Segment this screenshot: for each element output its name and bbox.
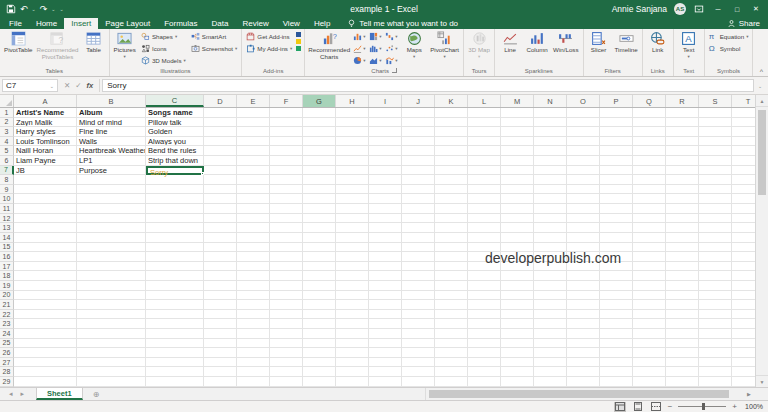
cell-f17[interactable] xyxy=(270,262,303,272)
cell-c9[interactable] xyxy=(146,185,204,195)
cell-t12[interactable] xyxy=(732,214,755,224)
cell-a4[interactable]: Louis Tomlinson xyxy=(14,137,77,147)
cell-k26[interactable] xyxy=(435,348,468,358)
cell-r24[interactable] xyxy=(666,329,699,339)
column-chart-button[interactable]: ▾ xyxy=(352,30,368,42)
cell-e20[interactable] xyxy=(237,291,270,301)
cell-f24[interactable] xyxy=(270,329,303,339)
cell-d22[interactable] xyxy=(204,310,237,320)
cell-i11[interactable] xyxy=(369,204,402,214)
cell-i5[interactable] xyxy=(369,146,402,156)
cell-b15[interactable] xyxy=(77,243,146,253)
cell-t25[interactable] xyxy=(732,339,755,349)
cell-q13[interactable] xyxy=(633,223,666,233)
cell-n7[interactable] xyxy=(534,166,567,176)
cell-p20[interactable] xyxy=(600,291,633,301)
cell-m5[interactable] xyxy=(501,146,534,156)
undo-dropdown-icon[interactable]: ⌄ xyxy=(32,6,36,12)
row-header-2[interactable]: 2 xyxy=(0,118,14,128)
cell-r23[interactable] xyxy=(666,319,699,329)
cell-d20[interactable] xyxy=(204,291,237,301)
cell-a24[interactable] xyxy=(14,329,77,339)
cell-m9[interactable] xyxy=(501,185,534,195)
cell-t28[interactable] xyxy=(732,367,755,377)
cell-p4[interactable] xyxy=(600,137,633,147)
cell-i23[interactable] xyxy=(369,319,402,329)
cell-m2[interactable] xyxy=(501,118,534,128)
cell-n6[interactable] xyxy=(534,156,567,166)
cell-k11[interactable] xyxy=(435,204,468,214)
cell-c26[interactable] xyxy=(146,348,204,358)
cell-b19[interactable] xyxy=(77,281,146,291)
cell-h9[interactable] xyxy=(336,185,369,195)
column-header-d[interactable]: D xyxy=(204,95,237,107)
cell-s28[interactable] xyxy=(699,367,732,377)
column-header-a[interactable]: A xyxy=(14,95,77,107)
cell-t27[interactable] xyxy=(732,358,755,368)
cell-m10[interactable] xyxy=(501,194,534,204)
cell-l12[interactable] xyxy=(468,214,501,224)
cell-a13[interactable] xyxy=(14,223,77,233)
cell-n18[interactable] xyxy=(534,271,567,281)
tab-insert[interactable]: Insert xyxy=(64,18,98,29)
cell-n4[interactable] xyxy=(534,137,567,147)
cell-h29[interactable] xyxy=(336,377,369,387)
cell-s10[interactable] xyxy=(699,194,732,204)
cell-c11[interactable] xyxy=(146,204,204,214)
select-all-button[interactable] xyxy=(0,95,14,107)
collapse-ribbon-icon[interactable]: ^ xyxy=(760,68,763,75)
cell-s23[interactable] xyxy=(699,319,732,329)
cell-q15[interactable] xyxy=(633,243,666,253)
cell-k21[interactable] xyxy=(435,300,468,310)
column-header-e[interactable]: E xyxy=(237,95,270,107)
cell-c21[interactable] xyxy=(146,300,204,310)
cell-p21[interactable] xyxy=(600,300,633,310)
cell-q3[interactable] xyxy=(633,127,666,137)
cell-b17[interactable] xyxy=(77,262,146,272)
cell-e12[interactable] xyxy=(237,214,270,224)
cell-k29[interactable] xyxy=(435,377,468,387)
cell-p3[interactable] xyxy=(600,127,633,137)
cell-c5[interactable]: Bend the rules xyxy=(146,146,204,156)
cell-r4[interactable] xyxy=(666,137,699,147)
cell-g20[interactable] xyxy=(303,291,336,301)
column-header-l[interactable]: L xyxy=(468,95,501,107)
cell-s1[interactable] xyxy=(699,108,732,118)
cell-s26[interactable] xyxy=(699,348,732,358)
cell-i29[interactable] xyxy=(369,377,402,387)
cell-o4[interactable] xyxy=(567,137,600,147)
cell-c27[interactable] xyxy=(146,358,204,368)
cell-h8[interactable] xyxy=(336,175,369,185)
tab-home[interactable]: Home xyxy=(29,18,64,29)
cell-e17[interactable] xyxy=(237,262,270,272)
cell-m24[interactable] xyxy=(501,329,534,339)
cell-o7[interactable] xyxy=(567,166,600,176)
cell-g18[interactable] xyxy=(303,271,336,281)
cell-i6[interactable] xyxy=(369,156,402,166)
cell-q28[interactable] xyxy=(633,367,666,377)
cell-e2[interactable] xyxy=(237,118,270,128)
cell-q11[interactable] xyxy=(633,204,666,214)
cell-h22[interactable] xyxy=(336,310,369,320)
cell-c22[interactable] xyxy=(146,310,204,320)
cell-n1[interactable] xyxy=(534,108,567,118)
row-header-29[interactable]: 29 xyxy=(0,377,14,387)
cell-f5[interactable] xyxy=(270,146,303,156)
cell-q10[interactable] xyxy=(633,194,666,204)
cell-f21[interactable] xyxy=(270,300,303,310)
cell-q19[interactable] xyxy=(633,281,666,291)
cell-r1[interactable] xyxy=(666,108,699,118)
cell-n28[interactable] xyxy=(534,367,567,377)
cell-n22[interactable] xyxy=(534,310,567,320)
cell-s5[interactable] xyxy=(699,146,732,156)
cell-r26[interactable] xyxy=(666,348,699,358)
cell-l13[interactable] xyxy=(468,223,501,233)
text-button[interactable]: AText▾ xyxy=(676,30,702,60)
share-button[interactable]: Share xyxy=(727,18,768,29)
cell-j4[interactable] xyxy=(402,137,435,147)
cell-o1[interactable] xyxy=(567,108,600,118)
cell-c18[interactable] xyxy=(146,271,204,281)
insert-function-icon[interactable]: fx xyxy=(87,81,94,90)
cell-i25[interactable] xyxy=(369,339,402,349)
cell-k12[interactable] xyxy=(435,214,468,224)
